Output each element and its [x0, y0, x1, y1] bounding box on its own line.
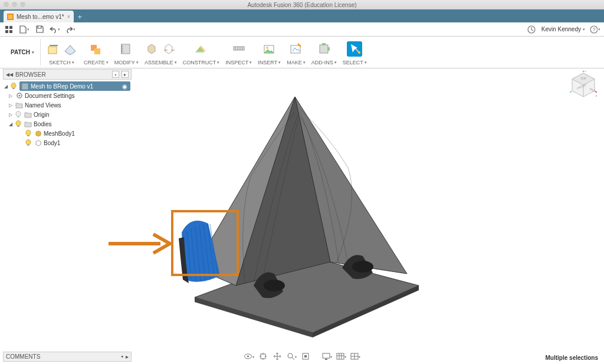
window-title: Autodesk Fusion 360 (Education License): [247, 2, 356, 8]
tree-row-named-views[interactable]: ▷ Named Views: [8, 100, 130, 110]
addins-icon[interactable]: [316, 41, 331, 57]
tab-label: Mesh to...emo v1*: [17, 14, 64, 20]
svg-point-42: [288, 353, 293, 358]
svg-rect-3: [9, 26, 12, 29]
save-button[interactable]: [34, 24, 45, 35]
folder-icon: [24, 111, 32, 119]
window-titlebar: Autodesk Fusion 360 (Education License): [0, 0, 604, 9]
folder-icon: [24, 120, 32, 128]
svg-rect-27: [13, 88, 15, 89]
folder-icon: [15, 101, 23, 109]
grid-settings-icon[interactable]: ▾: [336, 352, 346, 361]
svg-text:TOP: TOP: [580, 77, 587, 80]
select-icon[interactable]: [347, 41, 362, 57]
fusion-icon: [7, 14, 14, 20]
tree-root-row[interactable]: ◢ Mesh to BRep Demo v1 ◉: [4, 81, 130, 91]
document-tab[interactable]: Mesh to...emo v1* ×: [4, 11, 74, 22]
svg-point-37: [26, 140, 31, 145]
assemble-icon-2[interactable]: [162, 41, 177, 57]
svg-rect-5: [9, 30, 12, 33]
close-icon[interactable]: ×: [67, 14, 71, 20]
svg-rect-9: [48, 47, 57, 54]
ribbon-group-construct: CONSTRUCT▾: [182, 39, 221, 65]
workspace-switcher[interactable]: PATCH▾: [5, 39, 41, 65]
svg-point-25: [352, 261, 373, 273]
svg-point-18: [358, 51, 360, 54]
pan-icon[interactable]: [272, 352, 283, 361]
orbit-icon[interactable]: ▾: [244, 352, 254, 361]
svg-point-40: [247, 356, 249, 358]
lightbulb-icon[interactable]: [15, 120, 22, 127]
svg-rect-41: [261, 354, 265, 359]
svg-text:x: x: [596, 94, 597, 97]
insert-icon[interactable]: [262, 41, 277, 57]
user-menu[interactable]: Kevin Kennedy▾: [541, 26, 585, 32]
svg-rect-38: [28, 145, 29, 146]
lightbulb-icon[interactable]: [25, 139, 32, 146]
browser-pin-icon[interactable]: ▸: [122, 71, 129, 78]
sketch-plane-icon[interactable]: [63, 41, 78, 57]
browser-tree: ◢ Mesh to BRep Demo v1 ◉ ▷ Document Sett…: [3, 80, 132, 149]
lightbulb-off-icon[interactable]: [15, 111, 22, 118]
svg-point-26: [11, 83, 16, 88]
lightbulb-icon[interactable]: [25, 130, 32, 137]
construct-icon[interactable]: [193, 41, 209, 57]
file-menu-button[interactable]: ▾: [19, 24, 29, 35]
visibility-icon[interactable]: ◉: [122, 83, 127, 90]
view-cube[interactable]: FRONT RIGHT TOP z x: [570, 71, 597, 98]
viewport-layout-icon[interactable]: ▾: [350, 352, 360, 361]
collapse-icon[interactable]: ◀◀: [6, 72, 13, 77]
status-text: Multiple selections: [546, 355, 598, 361]
svg-text:?: ?: [592, 27, 595, 32]
svg-rect-2: [5, 26, 8, 29]
svg-point-31: [16, 112, 21, 117]
ribbon-group-assemble: ASSEMBLE▾: [143, 39, 178, 65]
svg-point-13: [266, 47, 268, 49]
svg-text:z: z: [585, 71, 586, 73]
tree-row-document-settings[interactable]: ▷ Document Settings: [8, 91, 130, 100]
undo-button[interactable]: ▾: [50, 24, 60, 35]
lightbulb-icon[interactable]: [11, 83, 18, 90]
inspect-icon[interactable]: [231, 41, 247, 57]
create-icon[interactable]: [88, 41, 104, 57]
window-controls[interactable]: [4, 2, 25, 7]
fit-icon[interactable]: [300, 352, 311, 361]
ribbon-group-create: CREATE▾: [83, 39, 110, 65]
navigation-toolbar: ▾ ▾ ▾ ▾ ▾: [244, 352, 360, 361]
browser-header[interactable]: ◀◀ BROWSER • ▸: [3, 69, 132, 80]
comments-panel-header[interactable]: COMMENTS • ▸: [3, 352, 132, 362]
browser-panel: ◀◀ BROWSER • ▸ ◢ Mesh to BRep Demo v1 ◉ …: [3, 69, 132, 149]
add-tab-button[interactable]: +: [77, 12, 82, 21]
ribbon-group-sketch: SKETCH▾: [44, 39, 79, 65]
ribbon-group-insert: INSERT▾: [257, 39, 282, 65]
comments-expand-icon[interactable]: ▸: [126, 353, 129, 360]
tree-row-meshbody[interactable]: MeshBody1: [24, 129, 130, 138]
tree-row-bodies[interactable]: ◢ Bodies: [8, 119, 130, 129]
svg-rect-45: [325, 359, 327, 360]
svg-rect-16: [322, 43, 326, 45]
mesh-body-icon: [34, 130, 42, 137]
tree-row-origin[interactable]: ▷ Origin: [8, 110, 130, 119]
svg-rect-44: [323, 353, 330, 358]
svg-rect-34: [18, 126, 19, 127]
model-render: [159, 79, 436, 333]
tree-row-body1[interactable]: Body1: [24, 138, 130, 147]
redo-button[interactable]: ▾: [65, 24, 76, 35]
assemble-icon-1[interactable]: [145, 41, 160, 57]
help-button[interactable]: ? ▾: [590, 24, 600, 35]
svg-rect-4: [5, 30, 8, 33]
zoom-icon[interactable]: ▾: [286, 352, 297, 361]
data-panel-button[interactable]: [4, 24, 14, 35]
svg-point-35: [26, 130, 31, 136]
modify-icon[interactable]: [119, 41, 134, 57]
ribbon-group-modify: MODIFY▾: [113, 39, 140, 65]
display-settings-icon[interactable]: ▾: [321, 352, 332, 361]
comments-settings-icon[interactable]: •: [121, 353, 123, 360]
annotation-arrow: [106, 231, 174, 260]
sketch-icon[interactable]: [45, 41, 61, 57]
job-status-icon[interactable]: [526, 24, 537, 35]
make-icon[interactable]: [288, 41, 304, 57]
lookat-icon[interactable]: [258, 352, 268, 361]
browser-settings-icon[interactable]: •: [112, 71, 119, 78]
solid-body-icon: [34, 139, 42, 147]
